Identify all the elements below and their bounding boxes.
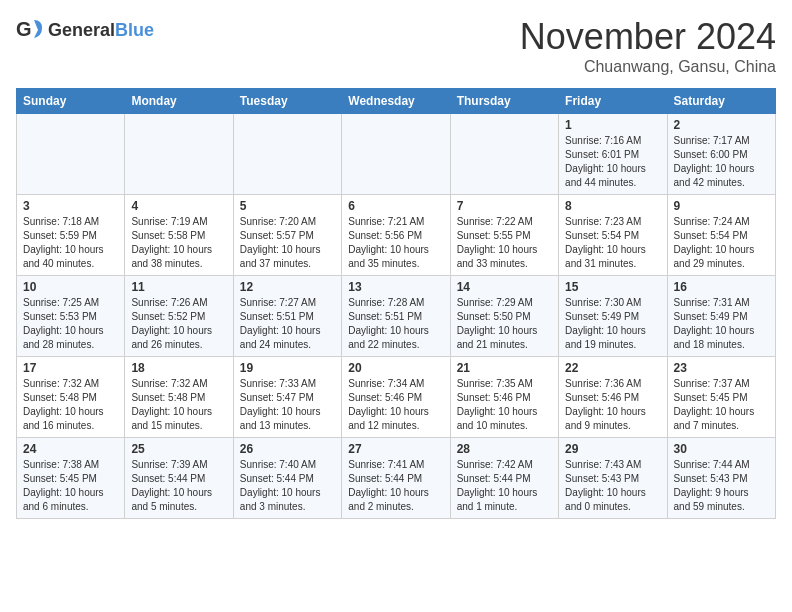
day-detail: Sunrise: 7:28 AM Sunset: 5:51 PM Dayligh… <box>348 296 443 352</box>
weekday-header-saturday: Saturday <box>667 89 775 114</box>
day-number: 11 <box>131 280 226 294</box>
day-number: 17 <box>23 361 118 375</box>
calendar-table: SundayMondayTuesdayWednesdayThursdayFrid… <box>16 88 776 519</box>
day-detail: Sunrise: 7:41 AM Sunset: 5:44 PM Dayligh… <box>348 458 443 514</box>
day-number: 25 <box>131 442 226 456</box>
day-number: 9 <box>674 199 769 213</box>
day-cell: 18Sunrise: 7:32 AM Sunset: 5:48 PM Dayli… <box>125 357 233 438</box>
day-number: 18 <box>131 361 226 375</box>
weekday-header-wednesday: Wednesday <box>342 89 450 114</box>
day-cell: 12Sunrise: 7:27 AM Sunset: 5:51 PM Dayli… <box>233 276 341 357</box>
day-detail: Sunrise: 7:22 AM Sunset: 5:55 PM Dayligh… <box>457 215 552 271</box>
day-cell: 22Sunrise: 7:36 AM Sunset: 5:46 PM Dayli… <box>559 357 667 438</box>
day-cell: 8Sunrise: 7:23 AM Sunset: 5:54 PM Daylig… <box>559 195 667 276</box>
day-cell: 21Sunrise: 7:35 AM Sunset: 5:46 PM Dayli… <box>450 357 558 438</box>
logo-blue: Blue <box>115 20 154 40</box>
day-number: 26 <box>240 442 335 456</box>
day-cell: 13Sunrise: 7:28 AM Sunset: 5:51 PM Dayli… <box>342 276 450 357</box>
day-detail: Sunrise: 7:16 AM Sunset: 6:01 PM Dayligh… <box>565 134 660 190</box>
weekday-header-thursday: Thursday <box>450 89 558 114</box>
title-area: November 2024 Chuanwang, Gansu, China <box>520 16 776 76</box>
day-cell: 25Sunrise: 7:39 AM Sunset: 5:44 PM Dayli… <box>125 438 233 519</box>
logo: G GeneralBlue <box>16 16 154 44</box>
day-number: 3 <box>23 199 118 213</box>
header-area: G GeneralBlue November 2024 Chuanwang, G… <box>16 16 776 76</box>
day-detail: Sunrise: 7:43 AM Sunset: 5:43 PM Dayligh… <box>565 458 660 514</box>
day-number: 28 <box>457 442 552 456</box>
weekday-header-row: SundayMondayTuesdayWednesdayThursdayFrid… <box>17 89 776 114</box>
svg-text:G: G <box>16 18 32 40</box>
day-cell: 2Sunrise: 7:17 AM Sunset: 6:00 PM Daylig… <box>667 114 775 195</box>
day-detail: Sunrise: 7:29 AM Sunset: 5:50 PM Dayligh… <box>457 296 552 352</box>
day-detail: Sunrise: 7:44 AM Sunset: 5:43 PM Dayligh… <box>674 458 769 514</box>
day-number: 14 <box>457 280 552 294</box>
day-number: 23 <box>674 361 769 375</box>
weekday-header-tuesday: Tuesday <box>233 89 341 114</box>
location-title: Chuanwang, Gansu, China <box>520 58 776 76</box>
day-cell <box>233 114 341 195</box>
day-detail: Sunrise: 7:23 AM Sunset: 5:54 PM Dayligh… <box>565 215 660 271</box>
day-cell: 3Sunrise: 7:18 AM Sunset: 5:59 PM Daylig… <box>17 195 125 276</box>
day-detail: Sunrise: 7:24 AM Sunset: 5:54 PM Dayligh… <box>674 215 769 271</box>
day-number: 5 <box>240 199 335 213</box>
day-cell: 26Sunrise: 7:40 AM Sunset: 5:44 PM Dayli… <box>233 438 341 519</box>
day-cell: 9Sunrise: 7:24 AM Sunset: 5:54 PM Daylig… <box>667 195 775 276</box>
week-row-2: 10Sunrise: 7:25 AM Sunset: 5:53 PM Dayli… <box>17 276 776 357</box>
day-detail: Sunrise: 7:25 AM Sunset: 5:53 PM Dayligh… <box>23 296 118 352</box>
day-detail: Sunrise: 7:37 AM Sunset: 5:45 PM Dayligh… <box>674 377 769 433</box>
week-row-1: 3Sunrise: 7:18 AM Sunset: 5:59 PM Daylig… <box>17 195 776 276</box>
day-cell <box>125 114 233 195</box>
week-row-4: 24Sunrise: 7:38 AM Sunset: 5:45 PM Dayli… <box>17 438 776 519</box>
day-detail: Sunrise: 7:38 AM Sunset: 5:45 PM Dayligh… <box>23 458 118 514</box>
day-cell: 6Sunrise: 7:21 AM Sunset: 5:56 PM Daylig… <box>342 195 450 276</box>
day-detail: Sunrise: 7:35 AM Sunset: 5:46 PM Dayligh… <box>457 377 552 433</box>
day-detail: Sunrise: 7:36 AM Sunset: 5:46 PM Dayligh… <box>565 377 660 433</box>
day-cell: 5Sunrise: 7:20 AM Sunset: 5:57 PM Daylig… <box>233 195 341 276</box>
day-cell: 1Sunrise: 7:16 AM Sunset: 6:01 PM Daylig… <box>559 114 667 195</box>
day-number: 4 <box>131 199 226 213</box>
day-detail: Sunrise: 7:20 AM Sunset: 5:57 PM Dayligh… <box>240 215 335 271</box>
day-cell: 30Sunrise: 7:44 AM Sunset: 5:43 PM Dayli… <box>667 438 775 519</box>
day-number: 24 <box>23 442 118 456</box>
day-cell: 16Sunrise: 7:31 AM Sunset: 5:49 PM Dayli… <box>667 276 775 357</box>
weekday-header-sunday: Sunday <box>17 89 125 114</box>
day-number: 13 <box>348 280 443 294</box>
day-number: 29 <box>565 442 660 456</box>
day-number: 10 <box>23 280 118 294</box>
day-detail: Sunrise: 7:27 AM Sunset: 5:51 PM Dayligh… <box>240 296 335 352</box>
weekday-header-monday: Monday <box>125 89 233 114</box>
day-number: 21 <box>457 361 552 375</box>
day-cell <box>450 114 558 195</box>
day-number: 2 <box>674 118 769 132</box>
month-title: November 2024 <box>520 16 776 58</box>
day-cell: 15Sunrise: 7:30 AM Sunset: 5:49 PM Dayli… <box>559 276 667 357</box>
day-cell: 19Sunrise: 7:33 AM Sunset: 5:47 PM Dayli… <box>233 357 341 438</box>
day-cell <box>17 114 125 195</box>
day-cell <box>342 114 450 195</box>
day-detail: Sunrise: 7:21 AM Sunset: 5:56 PM Dayligh… <box>348 215 443 271</box>
week-row-3: 17Sunrise: 7:32 AM Sunset: 5:48 PM Dayli… <box>17 357 776 438</box>
day-detail: Sunrise: 7:42 AM Sunset: 5:44 PM Dayligh… <box>457 458 552 514</box>
day-number: 27 <box>348 442 443 456</box>
day-cell: 17Sunrise: 7:32 AM Sunset: 5:48 PM Dayli… <box>17 357 125 438</box>
day-detail: Sunrise: 7:32 AM Sunset: 5:48 PM Dayligh… <box>131 377 226 433</box>
day-detail: Sunrise: 7:31 AM Sunset: 5:49 PM Dayligh… <box>674 296 769 352</box>
logo-general: General <box>48 20 115 40</box>
day-detail: Sunrise: 7:30 AM Sunset: 5:49 PM Dayligh… <box>565 296 660 352</box>
day-detail: Sunrise: 7:39 AM Sunset: 5:44 PM Dayligh… <box>131 458 226 514</box>
week-row-0: 1Sunrise: 7:16 AM Sunset: 6:01 PM Daylig… <box>17 114 776 195</box>
day-number: 30 <box>674 442 769 456</box>
day-number: 6 <box>348 199 443 213</box>
day-cell: 4Sunrise: 7:19 AM Sunset: 5:58 PM Daylig… <box>125 195 233 276</box>
day-detail: Sunrise: 7:17 AM Sunset: 6:00 PM Dayligh… <box>674 134 769 190</box>
weekday-header-friday: Friday <box>559 89 667 114</box>
day-number: 19 <box>240 361 335 375</box>
day-cell: 11Sunrise: 7:26 AM Sunset: 5:52 PM Dayli… <box>125 276 233 357</box>
day-cell: 23Sunrise: 7:37 AM Sunset: 5:45 PM Dayli… <box>667 357 775 438</box>
day-detail: Sunrise: 7:18 AM Sunset: 5:59 PM Dayligh… <box>23 215 118 271</box>
day-number: 12 <box>240 280 335 294</box>
day-number: 22 <box>565 361 660 375</box>
day-number: 16 <box>674 280 769 294</box>
day-number: 8 <box>565 199 660 213</box>
day-cell: 29Sunrise: 7:43 AM Sunset: 5:43 PM Dayli… <box>559 438 667 519</box>
